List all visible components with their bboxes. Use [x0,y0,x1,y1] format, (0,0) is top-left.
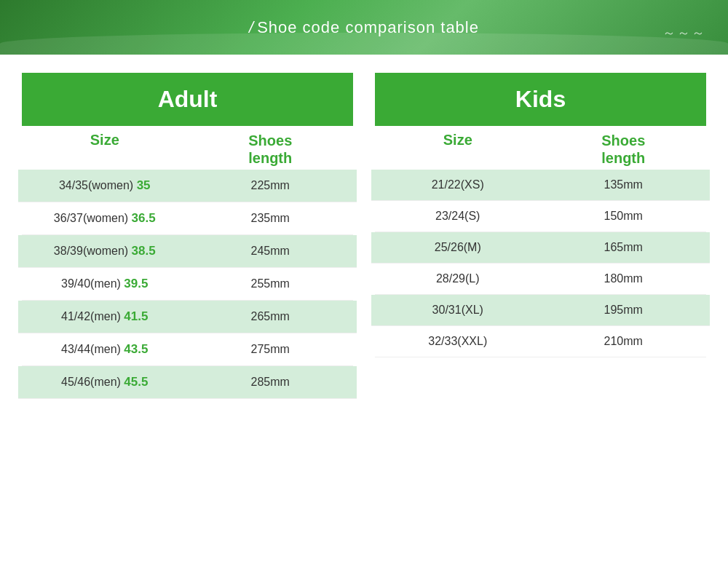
header-title: /Shoe code comparison table [249,18,479,37]
kids-size-cell-1: 23/24(S) [375,210,541,223]
kids-size-cell-0: 21/22(XS) [375,178,541,191]
kids-size-cell-4: 30/31(XL) [375,304,541,317]
adult-length-cell-4: 265mm [188,310,354,323]
kids-size-cell-3: 28/29(L) [375,272,541,285]
kids-row-4: 30/31(XL) 195mm [371,295,710,326]
adult-length-cell-1: 235mm [188,212,354,225]
adult-row-2: 38/39(women) 38.5 245mm [18,235,357,268]
kids-rows: 21/22(XS) 135mm 23/24(S) 150mm 25/26(M) … [375,170,706,357]
adult-row-3: 39/40(men) 39.5 255mm [22,268,353,301]
main-content: Adult Size Shoeslength 34/35(women) 35 2… [0,55,728,413]
adult-col-headers: Size Shoeslength [22,126,353,170]
adult-rows: 34/35(women) 35 225mm 36/37(women) 36.5 … [22,170,353,399]
kids-row-0: 21/22(XS) 135mm [371,170,710,201]
kids-row-2: 25/26(M) 165mm [371,232,710,264]
adult-row-0: 34/35(women) 35 225mm [18,170,357,202]
adult-size-cell-0: 34/35(women) 35 [22,178,188,193]
kids-length-cell-1: 150mm [541,210,707,223]
adult-length-cell-0: 225mm [188,179,354,192]
kids-col-headers: Size Shoeslength [375,126,706,170]
kids-row-3: 28/29(L) 180mm [375,264,706,295]
kids-row-5: 32/33(XXL) 210mm [375,326,706,357]
kids-length-cell-0: 135mm [541,178,707,191]
kids-size-col-header: Size [375,132,541,167]
title-text: Shoe code comparison table [257,18,479,36]
kids-length-col-header: Shoeslength [541,132,707,167]
adult-row-6: 45/46(men) 45.5 285mm [18,366,357,399]
kids-length-cell-5: 210mm [541,335,707,348]
adult-highlight-1: 36.5 [132,211,156,225]
adult-size-cell-6: 45/46(men) 45.5 [22,375,188,389]
adult-highlight-0: 35 [137,178,151,192]
adult-row-4: 41/42(men) 41.5 265mm [18,301,357,333]
kids-header: Kids [375,73,706,126]
kids-row-1: 23/24(S) 150mm [375,201,706,232]
adult-size-cell-4: 41/42(men) 41.5 [22,309,188,324]
adult-highlight-2: 38.5 [132,244,156,258]
adult-highlight-3: 39.5 [124,277,148,290]
kids-length-cell-2: 165mm [541,241,707,254]
adult-size-cell-2: 38/39(women) 38.5 [22,244,188,258]
adult-size-cell-5: 43/44(men) 43.5 [22,342,188,357]
adult-length-cell-3: 255mm [188,277,354,290]
kids-length-cell-4: 195mm [541,304,707,317]
adult-section: Adult Size Shoeslength 34/35(women) 35 2… [22,73,353,399]
adult-header: Adult [22,73,353,126]
adult-length-col-header: Shoeslength [188,132,354,167]
kids-size-cell-2: 25/26(M) [375,241,541,254]
adult-length-cell-5: 275mm [188,343,354,356]
kids-length-cell-3: 180mm [541,272,707,285]
slash-decoration: / [249,18,254,36]
adult-highlight-5: 43.5 [124,342,148,356]
adult-length-cell-2: 245mm [188,245,354,258]
wavy-decoration: ～～～ [662,24,706,41]
kids-size-cell-5: 32/33(XXL) [375,335,541,348]
adult-row-5: 43/44(men) 43.5 275mm [22,333,353,366]
adult-row-1: 36/37(women) 36.5 235mm [22,202,353,235]
adult-highlight-4: 41.5 [124,309,148,323]
kids-section: Kids Size Shoeslength 21/22(XS) 135mm 23… [375,73,706,399]
header-banner: /Shoe code comparison table ～～～ [0,0,728,55]
tables-wrapper: Adult Size Shoeslength 34/35(women) 35 2… [22,73,706,399]
adult-length-cell-6: 285mm [188,376,354,389]
adult-size-cell-1: 36/37(women) 36.5 [22,211,188,226]
adult-size-col-header: Size [22,132,188,167]
adult-highlight-6: 45.5 [124,375,148,389]
adult-size-cell-3: 39/40(men) 39.5 [22,277,188,291]
